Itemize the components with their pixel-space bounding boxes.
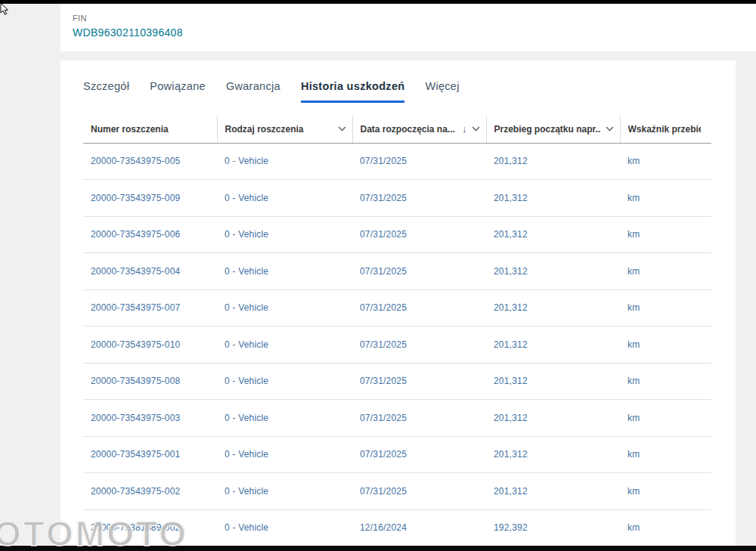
column-header-4[interactable]: Wskaźnik przebiegu (620, 116, 711, 143)
claim_number-link[interactable]: 20000-73543975-003 (91, 413, 180, 423)
start_date-text: 07/31/2025 (360, 302, 407, 313)
cell-unit: km (620, 363, 711, 400)
claim_number-link[interactable]: 20000-73543975-001 (91, 449, 180, 460)
claim_number-link[interactable]: 20000-73543975-002 (91, 486, 180, 497)
cell-mileage: 201,312 (486, 363, 620, 400)
table-row: 20000-73543975-0030 - Vehicle07/31/20252… (83, 400, 711, 437)
mileage-text: 201,312 (494, 302, 528, 313)
cell-start_date: 07/31/2025 (352, 363, 486, 400)
cell-start_date: 07/31/2025 (352, 400, 486, 437)
cell-claim_type: 0 - Vehicle (217, 327, 352, 364)
chevron-down-icon[interactable] (338, 126, 346, 132)
table-row: 20000-73543975-0070 - Vehicle07/31/20252… (83, 289, 711, 327)
claim_type-text: 0 - Vehicle (225, 486, 268, 497)
chevron-down-icon[interactable] (472, 126, 480, 132)
claims-table-wrap: Numer roszczeniaRodzaj roszczeniaData ro… (83, 116, 711, 546)
table-row: 20000-73543975-0010 - Vehicle07/31/20252… (83, 436, 711, 473)
cell-claim_type: 0 - Vehicle (217, 509, 352, 546)
claim_type-text: 0 - Vehicle (225, 449, 268, 460)
column-header-3[interactable]: Przebieg początku napr... (486, 116, 620, 143)
cell-claim_type: 0 - Vehicle (217, 289, 352, 327)
column-header-1[interactable]: Rodzaj roszczenia (217, 116, 352, 143)
cell-claim_number: 20000-73543975-001 (83, 436, 217, 473)
cell-unit: km (620, 436, 711, 473)
claim_number-link[interactable]: 20000-73543975-008 (91, 376, 180, 386)
start_date-text: 07/31/2025 (360, 266, 407, 277)
cell-mileage: 201,312 (486, 216, 620, 253)
cell-mileage: 201,312 (486, 473, 620, 510)
cell-claim_type: 0 - Vehicle (217, 180, 352, 217)
cell-claim_type: 0 - Vehicle (217, 143, 352, 180)
mouse-cursor-icon (0, 2, 10, 16)
claim_type-text: 0 - Vehicle (225, 156, 268, 166)
mileage-text: 201,312 (494, 449, 528, 460)
claim_type-text: 0 - Vehicle (225, 266, 268, 277)
cell-mileage: 201,312 (486, 400, 620, 437)
cell-claim_number: 20000-73543975-002 (83, 473, 217, 510)
cell-claim_type: 0 - Vehicle (217, 216, 352, 253)
start_date-text: 07/31/2025 (360, 193, 407, 203)
sort-desc-icon[interactable]: ↓ (462, 124, 467, 134)
mileage-text: 201,312 (494, 193, 528, 203)
cell-mileage: 201,312 (486, 436, 620, 473)
table-row: 20000-73543975-0090 - Vehicle07/31/20252… (83, 180, 711, 217)
claim_number-link[interactable]: 20000-73543975-009 (91, 193, 180, 203)
column-header-label: Przebieg początku napr... (494, 124, 601, 135)
tab-2[interactable]: Gwarancja (226, 80, 280, 103)
mileage-text: 201,312 (494, 486, 528, 497)
column-header-2[interactable]: Data rozpoczęcia na...↓ (352, 116, 486, 143)
claim_number-link[interactable]: 20000-73543975-004 (91, 266, 180, 277)
claim_number-link[interactable]: 20000-73543975-005 (91, 156, 180, 166)
tab-4[interactable]: Więcej (425, 80, 459, 103)
cell-mileage: 192,392 (486, 509, 620, 546)
claim_number-link[interactable]: 20000-73543975-006 (91, 229, 180, 240)
cell-claim_number: 20000-73543975-006 (83, 216, 217, 253)
tab-1[interactable]: Powiązane (150, 80, 206, 103)
unit-text: km (627, 302, 640, 313)
cell-mileage: 201,312 (486, 327, 620, 364)
cell-start_date: 07/31/2025 (352, 216, 486, 253)
cell-start_date: 07/31/2025 (352, 327, 486, 364)
tab-3[interactable]: Historia uszkodzeń (301, 80, 405, 103)
column-header-0[interactable]: Numer roszczenia (83, 116, 217, 143)
table-row: 20000-73543975-0040 - Vehicle07/31/20252… (83, 253, 711, 290)
cell-mileage: 201,312 (486, 180, 620, 217)
table-body: 20000-73543975-0050 - Vehicle07/31/20252… (83, 143, 711, 546)
mileage-text: 201,312 (494, 266, 528, 277)
claim_number-link[interactable]: 20000-72381889-002 (91, 522, 180, 533)
claim_number-link[interactable]: 20000-73543975-010 (91, 339, 180, 350)
cell-claim_number: 20000-73543975-009 (83, 180, 217, 217)
unit-text: km (627, 413, 640, 423)
cell-claim_type: 0 - Vehicle (217, 436, 352, 473)
mileage-text: 201,312 (494, 156, 528, 166)
cell-claim_number: 20000-73543975-008 (83, 363, 217, 400)
column-header-label: Wskaźnik przebiegu (628, 124, 702, 135)
unit-text: km (627, 266, 640, 277)
table-row: 20000-73543975-0100 - Vehicle07/31/20252… (83, 327, 711, 364)
top-black-bar (0, 0, 756, 4)
cell-start_date: 07/31/2025 (352, 143, 486, 180)
cell-unit: km (620, 180, 711, 217)
claim_number-link[interactable]: 20000-73543975-007 (91, 302, 180, 313)
fin-label: FIN (73, 14, 756, 23)
fin-header: FIN WDB96302110396408 (60, 4, 756, 51)
mileage-text: 201,312 (494, 413, 528, 423)
column-header-label: Rodzaj roszczenia (225, 124, 304, 135)
cell-start_date: 07/31/2025 (352, 253, 486, 290)
tab-bar: SzczegółPowiązaneGwarancjaHistoria uszko… (60, 60, 736, 103)
column-header-label: Numer roszczenia (91, 124, 169, 135)
claim_type-text: 0 - Vehicle (225, 339, 268, 350)
start_date-text: 07/31/2025 (360, 413, 407, 423)
start_date-text: 07/31/2025 (360, 486, 407, 497)
cell-unit: km (620, 143, 711, 180)
unit-text: km (627, 339, 640, 350)
fin-value-link[interactable]: WDB96302110396408 (73, 26, 756, 39)
cell-claim_type: 0 - Vehicle (217, 400, 352, 437)
column-header-label: Data rozpoczęcia na... (361, 124, 455, 135)
unit-text: km (627, 193, 640, 203)
cell-unit: km (620, 289, 711, 327)
chevron-down-icon[interactable] (606, 126, 614, 132)
table-row: 20000-73543975-0080 - Vehicle07/31/20252… (83, 363, 711, 400)
tab-0[interactable]: Szczegół (83, 80, 129, 103)
claims-table: Numer roszczeniaRodzaj roszczeniaData ro… (83, 116, 711, 546)
